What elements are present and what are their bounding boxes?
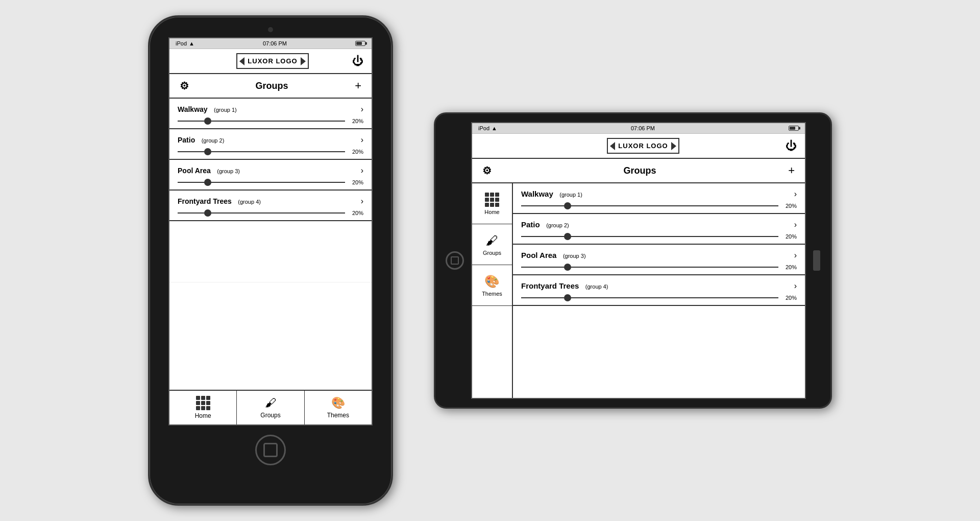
phone-group-item-1[interactable]: Walkway (group 1) › 20% — [169, 99, 372, 129]
phone-status-left: iPod ▲ — [176, 40, 194, 46]
phone-device-label: iPod — [176, 40, 187, 46]
phone-groups-bar: ⚙ Groups + — [169, 74, 372, 99]
phone-group-tag-3: (group 3) — [217, 168, 240, 174]
phone-screen: iPod ▲ 07:06 PM LUXOR LOGO ⏻ ⚙ Groups + — [168, 37, 373, 425]
phone-slider-4[interactable] — [178, 212, 345, 214]
tablet-group-item-2[interactable]: Patio (group 2) › 20% — [513, 214, 805, 245]
phone-slider-1[interactable] — [178, 121, 345, 122]
tablet-status-right — [789, 126, 799, 131]
tablet-slider-thumb-1 — [564, 202, 571, 209]
phone-slider-thumb-3 — [204, 179, 211, 186]
tablet-slider-pct-1: 20% — [782, 203, 797, 209]
tablet-group-name-3: Pool Area (group 3) — [521, 251, 586, 260]
tablet-sidebar-themes-icon: 🎨 — [484, 274, 500, 289]
tablet-sidebar-groups-icon: 🖌 — [486, 233, 498, 248]
tablet-groups-title: Groups — [624, 165, 656, 176]
tablet-add-button[interactable]: + — [788, 164, 795, 177]
phone-group-list: Walkway (group 1) › 20% Patio (group — [169, 99, 372, 390]
tablet-slider-thumb-4 — [564, 294, 571, 301]
tablet-time: 07:06 PM — [631, 125, 655, 131]
phone-wifi-icon: ▲ — [189, 40, 194, 46]
phone-group-chevron-4: › — [361, 197, 363, 206]
phone-group-tag-4: (group 4) — [238, 199, 261, 205]
phone-group-item-2[interactable]: Patio (group 2) › 20% — [169, 129, 372, 160]
tablet-slider-2[interactable] — [521, 236, 778, 237]
tablet-content-area: Home 🖌 Groups 🎨 Themes Walkway — [472, 183, 805, 398]
tablet-home-button[interactable] — [446, 251, 464, 270]
tablet-group-name-2: Patio (group 2) — [521, 220, 569, 229]
phone-group-item-4[interactable]: Frontyard Trees (group 4) › 20% — [169, 191, 372, 221]
phone-group-chevron-3: › — [361, 166, 363, 175]
tablet-sidebar-item-groups[interactable]: 🖌 Groups — [472, 224, 512, 265]
tablet-group-tag-2: (group 2) — [546, 222, 569, 228]
tablet-group-list: Walkway (group 1) › 20% — [513, 183, 805, 398]
phone-nav-groups-label: Groups — [260, 412, 280, 419]
phone-group-tag-2: (group 2) — [202, 137, 225, 144]
phone-nav-home[interactable]: Home — [169, 391, 237, 424]
phone-groups-icon: 🖌 — [265, 396, 276, 410]
phone-slider-pct-3: 20% — [349, 179, 363, 185]
tablet-home-button-inner — [451, 256, 459, 265]
phone-nav-groups[interactable]: 🖌 Groups — [237, 391, 304, 424]
tablet-group-chevron-3: › — [794, 251, 797, 260]
tablet-wifi-icon: ▲ — [492, 125, 497, 131]
tablet-group-tag-1: (group 1) — [559, 192, 582, 198]
phone-group-chevron-1: › — [361, 105, 363, 114]
tablet-status-left: iPod ▲ — [478, 125, 497, 131]
phone-group-item-3[interactable]: Pool Area (group 3) › 20% — [169, 160, 372, 191]
tablet-settings-icon[interactable]: ⚙ — [482, 164, 492, 177]
tablet-right-button[interactable] — [813, 250, 820, 271]
tablet-home-icon — [485, 193, 499, 207]
tablet-slider-3[interactable] — [521, 267, 778, 268]
phone-slider-thumb-1 — [204, 117, 211, 125]
phone-group-name-4: Frontyard Trees (group 4) — [178, 197, 261, 206]
phone-empty-area — [169, 221, 372, 282]
phone-bottom-nav: Home 🖌 Groups 🎨 Themes — [169, 390, 372, 424]
tablet-slider-1[interactable] — [521, 205, 778, 206]
phone-group-chevron-2: › — [361, 135, 363, 145]
tablet-sidebar-item-home[interactable]: Home — [472, 183, 512, 224]
phone-slider-3[interactable] — [178, 182, 345, 183]
phone-slider-pct-1: 20% — [349, 118, 363, 124]
phone-slider-thumb-4 — [204, 209, 211, 217]
phone-status-bar: iPod ▲ 07:06 PM — [169, 38, 372, 49]
phone-battery-fill — [356, 42, 362, 45]
phone-header: LUXOR LOGO ⏻ — [169, 49, 372, 74]
tablet-sidebar-item-themes[interactable]: 🎨 Themes — [472, 265, 512, 306]
tablet-power-button[interactable]: ⏻ — [786, 139, 797, 153]
tablet-device: iPod ▲ 07:06 PM LUXOR LOGO ⏻ ⚙ Groups + — [434, 112, 832, 409]
phone-group-name-3: Pool Area (group 3) — [178, 166, 240, 175]
phone-group-name-1: Walkway (group 1) — [178, 105, 237, 114]
phone-group-tag-1: (group 1) — [214, 107, 237, 113]
tablet-group-chevron-2: › — [794, 220, 797, 229]
phone-settings-icon[interactable]: ⚙ — [180, 80, 189, 92]
phone-status-right — [355, 41, 365, 46]
tablet-logo: LUXOR LOGO — [607, 138, 679, 154]
tablet-sidebar-groups-label: Groups — [483, 250, 501, 256]
tablet-groups-bar: ⚙ Groups + — [472, 159, 805, 183]
tablet-slider-4[interactable] — [521, 297, 778, 298]
tablet-sidebar: Home 🖌 Groups 🎨 Themes — [472, 183, 513, 398]
tablet-slider-thumb-2 — [564, 233, 571, 240]
phone-logo: LUXOR LOGO — [236, 53, 308, 69]
tablet-slider-pct-3: 20% — [782, 264, 797, 270]
phone-add-button[interactable]: + — [355, 79, 361, 92]
tablet-screen: iPod ▲ 07:06 PM LUXOR LOGO ⏻ ⚙ Groups + — [471, 122, 806, 399]
phone-slider-2[interactable] — [178, 151, 345, 152]
phone-nav-home-label: Home — [195, 412, 211, 419]
tablet-group-item-3[interactable]: Pool Area (group 3) › 20% — [513, 245, 805, 275]
tablet-slider-pct-4: 20% — [782, 295, 797, 301]
phone-device: iPod ▲ 07:06 PM LUXOR LOGO ⏻ ⚙ Groups + — [148, 15, 393, 506]
phone-power-button[interactable]: ⏻ — [352, 55, 363, 68]
tablet-slider-thumb-3 — [564, 264, 571, 271]
tablet-status-bar: iPod ▲ 07:06 PM — [472, 123, 805, 134]
phone-group-label-1: Walkway — [178, 105, 208, 113]
tablet-group-tag-4: (group 4) — [585, 283, 608, 290]
phone-group-name-2: Patio (group 2) — [178, 135, 224, 145]
phone-home-button[interactable] — [255, 435, 286, 465]
phone-nav-themes[interactable]: 🎨 Themes — [305, 391, 372, 424]
tablet-group-item-4[interactable]: Frontyard Trees (group 4) › 20% — [513, 275, 805, 306]
tablet-battery-icon — [789, 126, 799, 131]
phone-battery-icon — [355, 41, 365, 46]
tablet-group-item-1[interactable]: Walkway (group 1) › 20% — [513, 183, 805, 214]
